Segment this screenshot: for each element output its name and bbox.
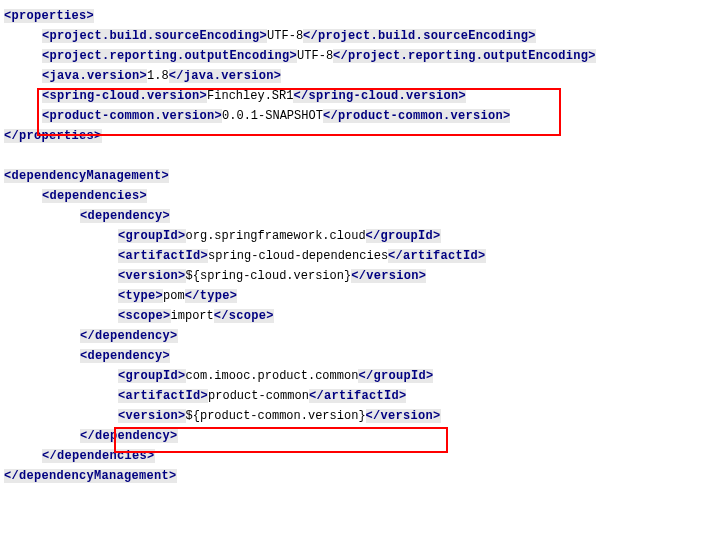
output-encoding-line: <project.reporting.outputEncoding>UTF-8<… bbox=[4, 46, 717, 66]
tag-dependencies-close: </dependencies> bbox=[4, 446, 717, 466]
dep2-version: <version>${product-common.version}</vers… bbox=[4, 406, 717, 426]
tag-properties-close: </properties> bbox=[4, 126, 717, 146]
java-version-line: <java.version>1.8</java.version> bbox=[4, 66, 717, 86]
tag-dependency-close: </dependency> bbox=[4, 326, 717, 346]
spring-cloud-version-line: <spring-cloud.version>Finchley.SR1</spri… bbox=[4, 86, 717, 106]
dep2-artifactid: <artifactId>product-common</artifactId> bbox=[4, 386, 717, 406]
tag-dependencies-open: <dependencies> bbox=[4, 186, 717, 206]
tag-dependency-management-open: <dependencyManagement> bbox=[4, 166, 717, 186]
tag-dependency-open: <dependency> bbox=[4, 346, 717, 366]
code-block: <properties> <project.build.sourceEncodi… bbox=[4, 6, 717, 486]
dep1-type: <type>pom</type> bbox=[4, 286, 717, 306]
tag-dependency-close: </dependency> bbox=[4, 426, 717, 446]
dep1-artifactid: <artifactId>spring-cloud-dependencies</a… bbox=[4, 246, 717, 266]
tag-dependency-management-close: </dependencyManagement> bbox=[4, 466, 717, 486]
dep2-groupid: <groupId>com.imooc.product.common</group… bbox=[4, 366, 717, 386]
source-encoding-line: <project.build.sourceEncoding>UTF-8</pro… bbox=[4, 26, 717, 46]
blank-line bbox=[4, 146, 717, 166]
tag-properties-open: <properties> bbox=[4, 6, 717, 26]
dep1-version: <version>${spring-cloud.version}</versio… bbox=[4, 266, 717, 286]
product-common-version-line: <product-common.version>0.0.1-SNAPSHOT</… bbox=[4, 106, 717, 126]
dep1-groupid: <groupId>org.springframework.cloud</grou… bbox=[4, 226, 717, 246]
tag-dependency-open: <dependency> bbox=[4, 206, 717, 226]
dep1-scope: <scope>import</scope> bbox=[4, 306, 717, 326]
